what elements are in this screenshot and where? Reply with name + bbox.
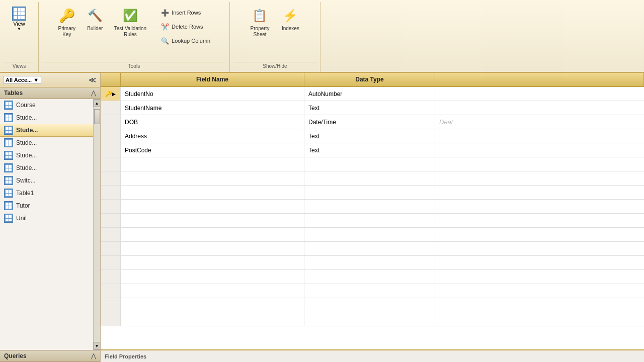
row-selector-empty5[interactable] bbox=[101, 214, 121, 227]
type-empty11[interactable] bbox=[304, 298, 435, 312]
type-empty3[interactable] bbox=[304, 186, 435, 199]
desc-empty7[interactable] bbox=[435, 242, 644, 255]
field-empty11[interactable] bbox=[121, 298, 304, 312]
type-empty5[interactable] bbox=[304, 214, 435, 227]
field-empty12[interactable] bbox=[121, 312, 304, 326]
desc-empty10[interactable] bbox=[435, 284, 644, 298]
tables-section-icon: ⋀ bbox=[91, 89, 96, 97]
type-empty6[interactable] bbox=[304, 228, 435, 241]
row-selector-empty6[interactable] bbox=[101, 228, 121, 241]
row-selector-address[interactable] bbox=[101, 129, 121, 143]
desc-empty8[interactable] bbox=[435, 256, 644, 269]
property-sheet-button[interactable]: 📋 PropertySheet bbox=[247, 4, 273, 40]
nav-item-stude3[interactable]: Stude... bbox=[0, 137, 93, 149]
desc-student-no[interactable] bbox=[435, 87, 644, 101]
nav-item-course[interactable]: Course bbox=[0, 99, 93, 112]
desc-empty3[interactable] bbox=[435, 186, 644, 199]
nav-item-stude1[interactable]: Stude... bbox=[0, 112, 93, 124]
desc-empty11[interactable] bbox=[435, 298, 644, 312]
field-student-no[interactable]: StudentNo bbox=[121, 87, 304, 101]
type-address[interactable]: Text bbox=[304, 129, 435, 143]
type-empty12[interactable] bbox=[304, 312, 435, 326]
desc-address[interactable] bbox=[435, 129, 644, 143]
test-validation-button[interactable]: ✅ Test ValidationRules bbox=[111, 4, 150, 40]
row-selector-empty3[interactable] bbox=[101, 186, 121, 199]
desc-dob[interactable]: Deal bbox=[435, 115, 644, 129]
row-selector-empty11[interactable] bbox=[101, 298, 121, 312]
scrollbar-down[interactable]: ▼ bbox=[94, 342, 101, 350]
field-empty9[interactable] bbox=[121, 270, 304, 284]
primary-key-button[interactable]: 🔑 PrimaryKey bbox=[54, 4, 79, 40]
nav-item-stude5[interactable]: Stude... bbox=[0, 162, 93, 174]
row-selector-student-name[interactable] bbox=[101, 101, 121, 115]
type-empty8[interactable] bbox=[304, 256, 435, 269]
indexes-button[interactable]: ⚡ Indexes bbox=[278, 4, 303, 34]
row-selector-empty4[interactable] bbox=[101, 200, 121, 213]
field-postcode[interactable]: PostCode bbox=[121, 143, 304, 157]
nav-item-tutor[interactable]: Tutor bbox=[0, 200, 93, 212]
views-group-label: Views bbox=[4, 62, 34, 70]
view-button[interactable]: View ▼ bbox=[4, 4, 34, 34]
nav-item-stude4[interactable]: Stude... bbox=[0, 149, 93, 162]
nav-header-left: All Acce... ▼ bbox=[3, 76, 41, 84]
field-empty10[interactable] bbox=[121, 284, 304, 298]
builder-button[interactable]: 🔨 Builder bbox=[83, 4, 108, 34]
table-row bbox=[101, 256, 644, 270]
field-empty6[interactable] bbox=[121, 228, 304, 241]
desc-empty1[interactable] bbox=[435, 157, 644, 171]
desc-empty2[interactable] bbox=[435, 171, 644, 185]
type-empty10[interactable] bbox=[304, 284, 435, 298]
field-empty4[interactable] bbox=[121, 200, 304, 213]
delete-rows-button[interactable]: ✂️ Delete Rows bbox=[157, 20, 214, 33]
type-dob[interactable]: Date/Time bbox=[304, 115, 435, 129]
type-empty9[interactable] bbox=[304, 270, 435, 284]
field-dob[interactable]: DOB bbox=[121, 115, 304, 129]
nav-collapse-button[interactable]: ≪ bbox=[88, 75, 97, 85]
type-student-no[interactable]: AutoNumber bbox=[304, 87, 435, 101]
desc-postcode[interactable] bbox=[435, 143, 644, 157]
row-selector-empty1[interactable] bbox=[101, 157, 121, 171]
desc-empty4[interactable] bbox=[435, 200, 644, 213]
desc-empty9[interactable] bbox=[435, 270, 644, 284]
field-address[interactable]: Address bbox=[121, 129, 304, 143]
tools-small-buttons: ➕ Insert Rows ✂️ Delete Rows 🔍 Lookup Co… bbox=[157, 6, 214, 47]
field-empty2[interactable] bbox=[121, 171, 304, 185]
row-selector-empty2[interactable] bbox=[101, 171, 121, 185]
nav-item-switch[interactable]: Switc... bbox=[0, 174, 93, 187]
row-selector-empty12[interactable] bbox=[101, 312, 121, 326]
field-empty5[interactable] bbox=[121, 214, 304, 227]
desc-empty5[interactable] bbox=[435, 214, 644, 227]
desc-empty12[interactable] bbox=[435, 312, 644, 326]
field-empty8[interactable] bbox=[121, 256, 304, 269]
queries-section-header[interactable]: Queries ⋀ bbox=[0, 350, 100, 362]
type-empty1[interactable] bbox=[304, 157, 435, 171]
field-student-name[interactable]: StudentName bbox=[121, 101, 304, 115]
desc-empty6[interactable] bbox=[435, 228, 644, 241]
type-empty4[interactable] bbox=[304, 200, 435, 213]
type-empty2[interactable] bbox=[304, 171, 435, 185]
type-student-name[interactable]: Text bbox=[304, 101, 435, 115]
row-selector-empty9[interactable] bbox=[101, 270, 121, 284]
nav-item-unit[interactable]: Unit bbox=[0, 212, 93, 225]
nav-item-table1[interactable]: Table1 bbox=[0, 187, 93, 200]
field-empty7[interactable] bbox=[121, 242, 304, 255]
insert-rows-button[interactable]: ➕ Insert Rows bbox=[157, 6, 214, 19]
row-selector-empty8[interactable] bbox=[101, 256, 121, 269]
field-empty1[interactable] bbox=[121, 157, 304, 171]
lookup-column-button[interactable]: 🔍 Lookup Column bbox=[157, 34, 214, 47]
nav-item-stude2[interactable]: Stude... bbox=[0, 124, 93, 137]
scrollbar-up[interactable]: ▲ bbox=[94, 99, 101, 107]
nav-dropdown[interactable]: All Acce... ▼ bbox=[3, 76, 41, 84]
row-selector-postcode[interactable] bbox=[101, 143, 121, 157]
field-empty3[interactable] bbox=[121, 186, 304, 199]
type-empty7[interactable] bbox=[304, 242, 435, 255]
row-selector-dob[interactable] bbox=[101, 115, 121, 129]
tables-section-header[interactable]: Tables ⋀ bbox=[0, 87, 100, 99]
type-postcode[interactable]: Text bbox=[304, 143, 435, 157]
row-selector-empty7[interactable] bbox=[101, 242, 121, 255]
view-icon bbox=[12, 7, 26, 21]
desc-student-name[interactable] bbox=[435, 101, 644, 115]
row-selector-student-no[interactable]: 🔑 ▶ bbox=[101, 87, 121, 101]
row-selector-empty10[interactable] bbox=[101, 284, 121, 298]
scrollbar-thumb[interactable] bbox=[94, 109, 100, 124]
